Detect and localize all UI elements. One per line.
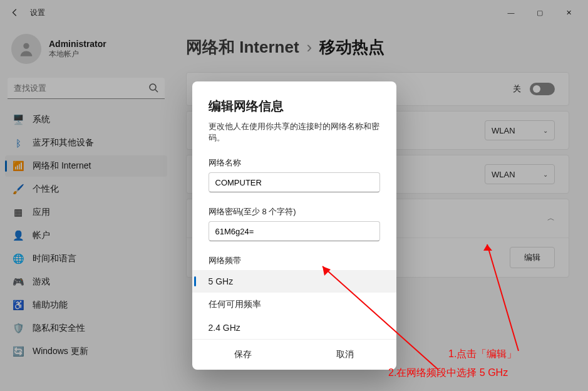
save-button[interactable]: 保存 bbox=[192, 340, 294, 370]
edit-network-dialog: 编辑网络信息 更改他人在使用你共享的连接时的网络名称和密码。 网络名称 网络密码… bbox=[192, 81, 396, 370]
modal-overlay: 编辑网络信息 更改他人在使用你共享的连接时的网络名称和密码。 网络名称 网络密码… bbox=[0, 0, 588, 391]
network-name-label: 网络名称 bbox=[209, 157, 380, 169]
dialog-description: 更改他人在使用你共享的连接时的网络名称和密码。 bbox=[209, 121, 380, 143]
network-name-input[interactable] bbox=[209, 172, 380, 192]
network-password-label: 网络密码(至少 8 个字符) bbox=[209, 206, 380, 217]
band-option-24ghz[interactable]: 2.4 GHz bbox=[192, 316, 396, 339]
cancel-button[interactable]: 取消 bbox=[294, 340, 396, 370]
dialog-title: 编辑网络信息 bbox=[209, 98, 380, 115]
band-option-5ghz[interactable]: 5 GHz bbox=[192, 270, 396, 293]
network-band-label: 网络频带 bbox=[209, 255, 380, 266]
network-password-input[interactable] bbox=[209, 221, 380, 241]
band-listbox: 5 GHz 任何可用频率 2.4 GHz bbox=[192, 270, 396, 339]
band-option-any[interactable]: 任何可用频率 bbox=[192, 293, 396, 316]
